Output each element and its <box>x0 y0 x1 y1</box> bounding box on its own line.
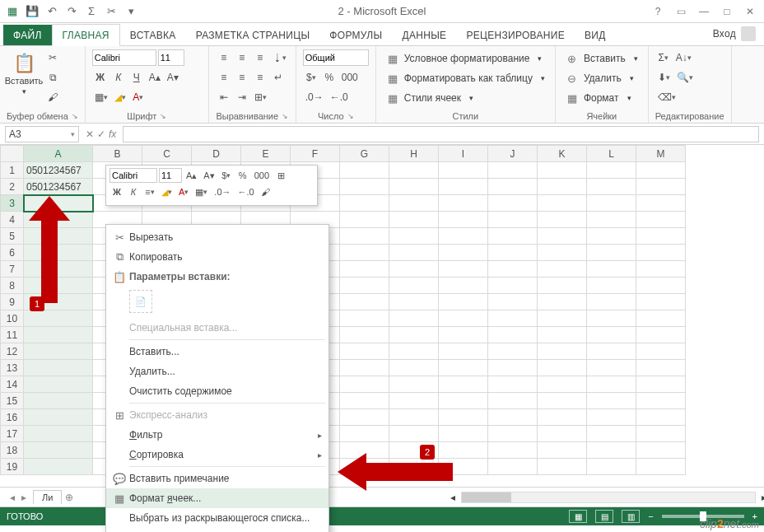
cell-M6[interactable] <box>636 245 686 261</box>
row-header-3[interactable]: 3 <box>1 195 24 212</box>
cell-L7[interactable] <box>587 261 636 278</box>
sheet-nav-prev-icon[interactable]: ◂ <box>7 492 18 503</box>
cell-A2[interactable]: 0501234567 <box>24 179 93 195</box>
decrease-decimal-button[interactable]: ←.0 <box>328 89 351 105</box>
cell-H1[interactable] <box>389 162 439 179</box>
col-header-J[interactable]: J <box>488 146 538 162</box>
cut-icon[interactable]: ✂ <box>102 2 120 21</box>
cell-K12[interactable] <box>538 343 587 360</box>
mini-inc-decimal[interactable]: .0→ <box>212 184 233 199</box>
underline-button[interactable]: Ч <box>128 69 145 86</box>
cell-L18[interactable] <box>587 442 636 459</box>
cell-K14[interactable] <box>538 376 587 393</box>
mini-font-name[interactable] <box>109 168 157 183</box>
cell-J14[interactable] <box>488 376 538 393</box>
cell-I7[interactable] <box>439 261 488 278</box>
cell-J3[interactable] <box>488 195 538 212</box>
cell-J18[interactable] <box>488 442 538 459</box>
cell-M10[interactable] <box>636 310 686 327</box>
row-header-11[interactable]: 11 <box>1 327 24 343</box>
minimize-icon[interactable]: — <box>693 3 715 20</box>
row-header-15[interactable]: 15 <box>1 393 24 409</box>
col-header-M[interactable]: M <box>636 146 686 162</box>
mini-format-painter[interactable]: 🖌 <box>259 184 273 199</box>
cell-L5[interactable] <box>587 228 636 245</box>
cell-G18[interactable] <box>340 442 389 459</box>
align-left-button[interactable]: ≡ <box>216 69 232 86</box>
name-box[interactable]: A3▾ <box>5 126 79 142</box>
cell-M17[interactable] <box>636 426 686 442</box>
ctx-define-name[interactable]: Присвоить имя... <box>106 528 328 532</box>
cell-G10[interactable] <box>340 310 389 327</box>
increase-font-button[interactable]: A▴ <box>147 69 163 86</box>
cell-J11[interactable] <box>488 327 538 343</box>
cell-K5[interactable] <box>538 228 587 245</box>
view-page-layout-icon[interactable]: ▤ <box>595 510 613 523</box>
cell-A19[interactable] <box>24 459 93 475</box>
view-normal-icon[interactable]: ▦ <box>569 510 587 523</box>
row-header-18[interactable]: 18 <box>1 442 24 459</box>
cancel-formula-icon[interactable]: ✕ <box>86 128 94 140</box>
cell-M14[interactable] <box>636 376 686 393</box>
cell-G7[interactable] <box>340 261 389 278</box>
cell-H7[interactable] <box>389 261 439 278</box>
row-header-1[interactable]: 1 <box>1 162 24 179</box>
cell-J12[interactable] <box>488 343 538 360</box>
redo-icon[interactable]: ↷ <box>63 2 81 21</box>
sheet-nav-next-icon[interactable]: ▸ <box>18 492 30 503</box>
cell-L8[interactable] <box>587 278 636 294</box>
cell-L11[interactable] <box>587 327 636 343</box>
cell-L9[interactable] <box>587 294 636 310</box>
merge-button[interactable]: ⊞ <box>252 89 269 105</box>
cell-J10[interactable] <box>488 310 538 327</box>
cell-J13[interactable] <box>488 360 538 376</box>
font-name-select[interactable] <box>92 49 156 66</box>
tab-home[interactable]: ГЛАВНАЯ <box>52 24 120 46</box>
undo-icon[interactable]: ↶ <box>43 2 61 21</box>
cell-M1[interactable] <box>636 162 686 179</box>
increase-indent-button[interactable]: ⇥ <box>234 89 250 105</box>
format-cells-button[interactable]: ▦Формат▾ <box>562 89 635 107</box>
row-header-10[interactable]: 10 <box>1 310 24 327</box>
paste-button[interactable]: 📋 Вставить ▾ <box>7 49 41 96</box>
row-header-14[interactable]: 14 <box>1 376 24 393</box>
cell-K19[interactable] <box>538 459 587 475</box>
fill-color-button[interactable]: ◢ <box>112 89 128 105</box>
align-middle-button[interactable]: ≡ <box>234 49 250 66</box>
cell-G3[interactable] <box>340 195 389 212</box>
cell-K15[interactable] <box>538 393 587 409</box>
mini-font-color[interactable]: A <box>176 184 191 199</box>
align-right-button[interactable]: ≡ <box>252 69 268 86</box>
cell-K11[interactable] <box>538 327 587 343</box>
cell-H16[interactable] <box>389 409 439 426</box>
cell-J16[interactable] <box>488 409 538 426</box>
sort-filter-button[interactable]: A↓ <box>673 49 694 66</box>
col-header-H[interactable]: H <box>389 146 439 162</box>
cell-G4[interactable] <box>340 212 389 228</box>
cell-G5[interactable] <box>340 228 389 245</box>
formula-input[interactable] <box>123 126 759 142</box>
sign-in[interactable]: Вход <box>703 21 764 45</box>
tab-review[interactable]: РЕЦЕНЗИРОВАНИЕ <box>456 25 575 45</box>
cell-M2[interactable] <box>636 179 686 195</box>
cell-M4[interactable] <box>636 212 686 228</box>
wrap-text-button[interactable]: ↵ <box>270 69 286 86</box>
tab-data[interactable]: ДАННЫЕ <box>392 25 456 45</box>
cell-A14[interactable] <box>24 376 93 393</box>
cell-M9[interactable] <box>636 294 686 310</box>
cell-A10[interactable] <box>24 310 93 327</box>
row-header-19[interactable]: 19 <box>1 459 24 475</box>
row-header-9[interactable]: 9 <box>1 294 24 310</box>
fill-button[interactable]: ⬇ <box>655 69 673 86</box>
autosum-icon[interactable]: Σ <box>82 2 100 21</box>
cell-A7[interactable] <box>24 261 93 278</box>
cell-M19[interactable] <box>636 459 686 475</box>
cell-J8[interactable] <box>488 278 538 294</box>
cell-A16[interactable] <box>24 409 93 426</box>
cell-L17[interactable] <box>587 426 636 442</box>
decrease-font-button[interactable]: A▾ <box>165 69 181 86</box>
row-header-6[interactable]: 6 <box>1 245 24 261</box>
cell-M12[interactable] <box>636 343 686 360</box>
cell-G13[interactable] <box>340 360 389 376</box>
ctx-insert[interactable]: Вставить... <box>106 342 328 362</box>
